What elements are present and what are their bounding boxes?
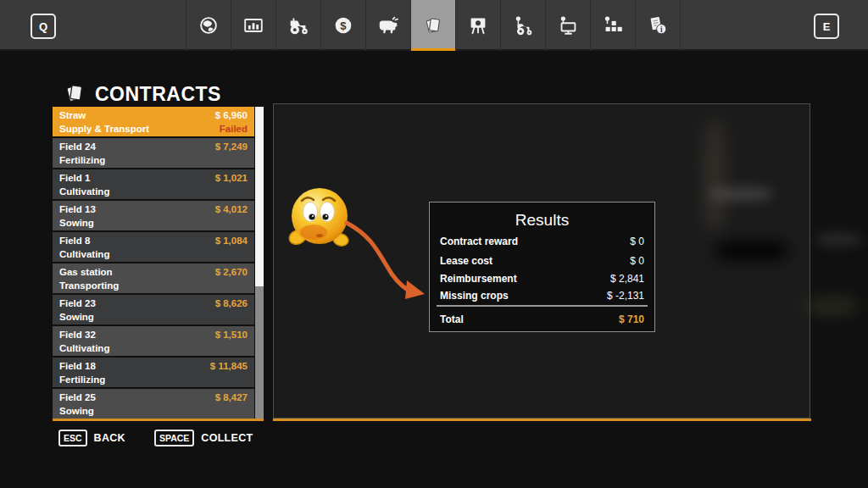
contract-name: Field 1: [59, 173, 90, 183]
panel-accent-line: [273, 419, 811, 421]
contract-name: Gas station: [59, 267, 113, 277]
result-value: $ 2,841: [610, 273, 644, 285]
contract-reward: $ 11,845: [210, 361, 248, 371]
contracts-icon: [61, 80, 88, 110]
contract-list-item[interactable]: Field 13 $ 4,012 Sowing: [53, 201, 254, 230]
contract-reward: $ 1,084: [215, 236, 248, 246]
tab-ai-worker[interactable]: [500, 0, 545, 51]
contract-name: Straw: [59, 110, 86, 120]
contracts-screen: Q E $: [0, 0, 868, 488]
blocks-icon: [601, 14, 625, 37]
background-blur-shape: [709, 187, 772, 201]
tab-vehicles[interactable]: [275, 0, 320, 51]
contract-reward: $ 8,626: [215, 298, 248, 308]
result-label: Lease cost: [440, 255, 492, 267]
results-box: Results Contract reward $ 0 Lease cost $…: [429, 202, 655, 332]
contract-reward: $ 1,510: [215, 330, 248, 340]
contract-type: Cultivating: [59, 343, 109, 353]
results-row: Contract reward $ 0: [440, 236, 644, 248]
contract-reward: $ 6,960: [215, 110, 248, 120]
results-total-row: Total $ 710: [440, 313, 644, 326]
results-row: Lease cost $ 0: [440, 255, 644, 268]
contract-name: Field 23: [59, 298, 96, 308]
contract-type: Fertilizing: [59, 374, 105, 385]
contract-type: Sowing: [59, 218, 94, 228]
list-accent-line: [53, 419, 264, 421]
tab-garage[interactable]: [545, 0, 590, 51]
arrow-annotation: [347, 223, 425, 299]
background-blur-shape: [704, 119, 725, 231]
back-button[interactable]: BACK: [94, 432, 125, 444]
tractor-icon: [287, 14, 310, 37]
prev-tab-key-hint: Q: [31, 14, 56, 39]
tab-help[interactable]: i: [635, 0, 680, 51]
contract-list-item[interactable]: Field 8 $ 1,084 Cultivating: [53, 232, 254, 262]
worried-emoji-arrow-overlay: [285, 183, 429, 309]
top-menu-bar: Q E $: [0, 0, 868, 51]
background-blur-shape: [815, 234, 862, 245]
contract-type: Cultivating: [59, 186, 109, 197]
contract-type: Sowing: [59, 406, 94, 416]
menu-tabs: $: [186, 0, 681, 51]
svg-text:$: $: [340, 19, 347, 32]
background-blur-shape: [715, 240, 789, 262]
contracts-icon: [421, 14, 445, 37]
contract-list-item[interactable]: Field 1 $ 1,021 Cultivating: [53, 169, 254, 199]
contract-name: Field 25: [59, 392, 96, 402]
finances-icon: $: [331, 14, 355, 37]
tab-construction[interactable]: [590, 0, 635, 51]
result-value: $ 0: [630, 255, 644, 267]
footer-hints: ESC BACK SPACE COLLECT: [58, 430, 253, 446]
contract-type: Cultivating: [59, 249, 109, 259]
results-row: Reimbursement $ 2,841: [440, 273, 644, 286]
contract-name: Field 32: [59, 330, 96, 340]
tab-finances[interactable]: $: [320, 0, 365, 51]
contract-type: Sowing: [59, 312, 94, 322]
results-row: Missing crops $ -2,131: [440, 290, 644, 302]
collect-button[interactable]: COLLECT: [201, 432, 253, 444]
contract-reward: $ 4,012: [215, 204, 248, 214]
svg-text:i: i: [660, 25, 663, 34]
contract-list-item[interactable]: Field 23 $ 8,626 Sowing: [53, 295, 254, 324]
tab-animals[interactable]: [365, 0, 410, 51]
contract-reward: $ 8,427: [215, 392, 248, 402]
result-label: Contract reward: [440, 236, 518, 247]
globe-icon: [197, 14, 220, 37]
space-key-hint: SPACE: [154, 430, 194, 446]
contract-status: Failed: [220, 124, 248, 134]
cow-icon: [376, 14, 400, 37]
scrollbar-thumb[interactable]: [255, 107, 264, 286]
contract-name: Field 24: [59, 141, 96, 152]
contract-name: Field 8: [59, 236, 90, 246]
contract-list-item[interactable]: Field 18 $ 11,845 Fertilizing: [53, 358, 254, 387]
result-label: Reimbursement: [440, 273, 517, 285]
contract-list-item[interactable]: Straw $ 6,960 Supply & Transport Failed: [53, 107, 254, 136]
esc-key-hint: ESC: [58, 430, 87, 446]
next-tab-key-hint: E: [814, 14, 839, 39]
tab-production[interactable]: [455, 0, 500, 51]
garage-monitor-icon: [556, 14, 580, 37]
contract-type: Transporting: [59, 280, 119, 291]
help-info-icon: i: [646, 14, 670, 37]
page-title: CONTRACTS: [95, 83, 221, 106]
result-value: $ -2,131: [607, 290, 644, 302]
result-label: Missing crops: [440, 290, 509, 302]
tab-contracts[interactable]: [410, 0, 455, 51]
results-divider: [437, 305, 648, 307]
easel-icon: [466, 14, 490, 37]
background-blur-shape: [805, 297, 858, 315]
results-title: Results: [430, 211, 654, 230]
contract-type: Fertilizing: [59, 155, 105, 165]
contract-list-item[interactable]: Field 25 $ 8,427 Sowing: [53, 389, 254, 419]
contract-list-item[interactable]: Field 32 $ 1,510 Cultivating: [53, 326, 254, 356]
contract-name: Field 18: [59, 361, 96, 371]
emoji-blush: [300, 225, 327, 240]
contract-list-item[interactable]: Gas station $ 2,670 Transporting: [53, 263, 254, 293]
contract-list-item[interactable]: Field 24 $ 7,249 Fertilizing: [53, 138, 254, 168]
tab-map[interactable]: [186, 0, 231, 51]
result-value: $ 0: [630, 236, 644, 247]
ai-worker-icon: [511, 14, 535, 37]
tab-statistics[interactable]: [231, 0, 275, 51]
contract-reward: $ 2,670: [215, 267, 248, 277]
list-scrollbar[interactable]: [255, 107, 264, 419]
